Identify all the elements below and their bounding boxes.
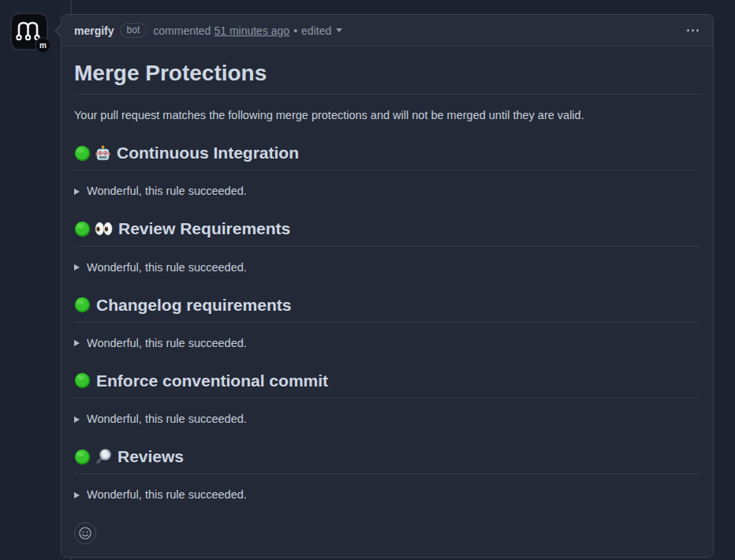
rule-section: Changelog requirements Wonderful, this r…	[74, 295, 700, 352]
rule-section: Review Requirements Wonderful, this rule…	[74, 218, 700, 275]
disclosure-triangle-icon	[74, 492, 80, 498]
rule-section: Reviews Wonderful, this rule succeeded.	[74, 446, 700, 503]
comment-body: Merge Protections Your pull request matc…	[62, 47, 713, 557]
green-circle-emoji	[74, 297, 91, 313]
timestamp-link[interactable]: 51 minutes ago	[214, 24, 289, 37]
rule-summary[interactable]: Wonderful, this rule succeeded.	[74, 259, 700, 276]
green-circle-emoji	[74, 221, 91, 237]
avatar[interactable]: m	[12, 14, 47, 49]
rule-title: Review Requirements	[118, 218, 290, 239]
rule-heading: Reviews	[74, 446, 700, 474]
rule-details: Wonderful, this rule succeeded.	[74, 183, 700, 200]
rule-summary-text: Wonderful, this rule succeeded.	[87, 411, 247, 427]
bot-identity-badge: m	[35, 37, 51, 54]
edited-label[interactable]: edited	[301, 24, 331, 37]
reactions-row	[74, 522, 700, 544]
rule-details: Wonderful, this rule succeeded.	[74, 335, 700, 352]
disclosure-triangle-icon	[74, 416, 80, 423]
rule-heading: Continuous Integration	[74, 143, 700, 170]
rule-summary[interactable]: Wonderful, this rule succeeded.	[74, 411, 700, 427]
rule-heading: Enforce conventional commit	[74, 371, 700, 398]
rule-summary-text: Wonderful, this rule succeeded.	[87, 259, 247, 276]
rule-summary[interactable]: Wonderful, this rule succeeded.	[74, 183, 700, 200]
rule-sections: Continuous Integration Wonderful, this r…	[74, 143, 700, 503]
eyes-emoji	[95, 222, 113, 236]
dot-separator: •	[293, 24, 297, 37]
smiley-icon	[78, 526, 92, 540]
kebab-menu-icon[interactable]	[685, 26, 700, 35]
rule-heading: Review Requirements	[74, 218, 700, 246]
rule-summary[interactable]: Wonderful, this rule succeeded.	[74, 335, 700, 352]
rule-section: Continuous Integration Wonderful, this r…	[74, 143, 700, 200]
green-circle-emoji	[74, 372, 91, 389]
disclosure-triangle-icon	[74, 340, 80, 346]
rule-summary-text: Wonderful, this rule succeeded.	[87, 487, 247, 503]
comment-action-label: commented	[153, 24, 211, 37]
comment-card: mergify bot commented 51 minutes ago • e…	[61, 14, 714, 558]
comment-header: mergify bot commented 51 minutes ago • e…	[62, 15, 713, 47]
green-circle-emoji	[74, 145, 91, 162]
rule-details: Wonderful, this rule succeeded.	[74, 411, 700, 427]
add-reaction-button[interactable]	[74, 522, 96, 544]
rule-heading: Changelog requirements	[74, 295, 700, 323]
rule-summary-text: Wonderful, this rule succeeded.	[87, 335, 247, 352]
rule-title: Enforce conventional commit	[96, 371, 328, 391]
magnifier-emoji	[95, 448, 112, 465]
robot-emoji	[95, 145, 111, 162]
rule-details: Wonderful, this rule succeeded.	[74, 259, 700, 276]
rule-details: Wonderful, this rule succeeded.	[74, 487, 700, 503]
bot-badge: bot	[120, 23, 147, 38]
page-title: Merge Protections	[74, 59, 700, 95]
comment-author[interactable]: mergify	[74, 24, 114, 37]
disclosure-triangle-icon	[74, 189, 80, 195]
rule-section: Enforce conventional commit Wonderful, t…	[74, 371, 700, 427]
rule-summary-text: Wonderful, this rule succeeded.	[87, 183, 247, 200]
disclosure-triangle-icon	[74, 264, 80, 271]
green-circle-emoji	[74, 449, 91, 465]
rule-title: Changelog requirements	[96, 295, 291, 315]
rule-title: Reviews	[118, 446, 184, 467]
rule-summary[interactable]: Wonderful, this rule succeeded.	[74, 487, 700, 503]
rule-title: Continuous Integration	[117, 143, 299, 163]
intro-text: Your pull request matches the following …	[74, 107, 700, 124]
chevron-down-icon[interactable]	[336, 28, 342, 35]
